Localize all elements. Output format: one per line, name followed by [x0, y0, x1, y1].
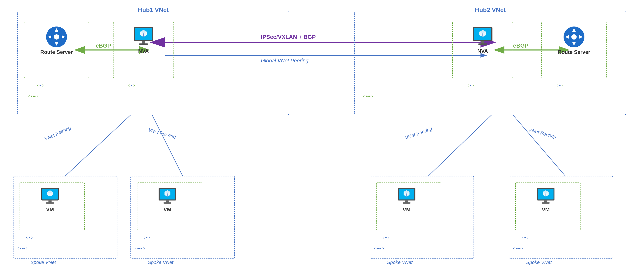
svg-line-12	[152, 115, 183, 176]
vm4-icon	[536, 187, 556, 205]
spoke2-chevrons-dots: ‹•••›	[135, 246, 145, 251]
ebgp1-label: eBGP	[96, 42, 111, 49]
route-server-1-icon-container: Route Server	[35, 26, 78, 55]
vm4-icon-container: VM	[524, 187, 568, 213]
nva1-icon	[133, 26, 154, 47]
svg-point-40	[572, 34, 576, 39]
vm2-label: VM	[164, 207, 171, 213]
nva2-icon-container: NVA	[461, 26, 504, 54]
svg-line-11	[65, 115, 130, 176]
vm3-icon	[397, 187, 416, 205]
vnet-peering-1-label: VNet Peering	[44, 125, 72, 142]
rs2-chevrons-h: ‹•›	[556, 83, 563, 88]
svg-rect-53	[166, 201, 169, 203]
hub2-label: Hub2 VNet	[475, 6, 506, 13]
svg-rect-46	[48, 201, 52, 203]
svg-rect-34	[478, 43, 487, 45]
svg-line-13	[428, 115, 491, 176]
spoke4-chevrons-dots: ‹•••›	[513, 246, 523, 251]
rs1-chevrons-h: ‹•›	[37, 83, 44, 88]
svg-rect-67	[544, 201, 547, 203]
spoke4-label: Spoke VNet	[526, 260, 552, 265]
diagram-container: Hub1 VNet Hub2 VNet Route Server ‹•› ‹••…	[0, 0, 644, 277]
spoke2-chevrons-h: ‹•›	[144, 235, 150, 240]
svg-rect-54	[164, 203, 171, 204]
vm1-icon-container: VM	[28, 187, 72, 213]
svg-rect-27	[139, 43, 148, 45]
global-peering-label: Global VNet Peering	[261, 57, 308, 64]
hub1-label: Hub1 VNet	[138, 6, 169, 13]
vm1-label: VM	[46, 207, 54, 213]
spoke3-chevrons-h: ‹•›	[383, 235, 389, 240]
nva1-label: NVA	[138, 48, 149, 54]
nva2-label: NVA	[478, 48, 488, 54]
route-server-2-icon	[563, 26, 585, 48]
vm4-label: VM	[542, 207, 550, 213]
hub2-chevrons-dots: ‹•••›	[363, 93, 373, 99]
route-server-2-label: Route Server	[558, 49, 590, 55]
ebgp2-label: eBGP	[513, 42, 528, 49]
route-server-1-icon	[46, 26, 68, 48]
vm2-icon-container: VM	[146, 187, 189, 213]
route-server-1-label: Route Server	[40, 49, 72, 55]
spoke1-chevrons-dots: ‹•••›	[18, 246, 28, 251]
spoke1-chevrons-h: ‹•›	[26, 235, 32, 240]
svg-line-14	[513, 115, 565, 176]
ipsec-label: IPSec/VXLAN + BGP	[261, 34, 316, 40]
nva2-icon	[472, 26, 494, 47]
svg-rect-26	[142, 41, 145, 43]
spoke3-chevrons-dots: ‹•••›	[374, 246, 384, 251]
spoke2-label: Spoke VNet	[148, 260, 173, 265]
route-server-2-icon-container: Route Server	[552, 26, 596, 55]
svg-rect-68	[542, 203, 550, 204]
vnet-peering-2-label: VNet Peering	[148, 127, 177, 140]
vnet-peering-4-label: VNet Peering	[528, 127, 557, 140]
spoke1-label: Spoke VNet	[30, 260, 56, 265]
vm1-icon	[40, 187, 60, 205]
nva1-icon-container: NVA	[122, 26, 165, 54]
nva2-chevrons-h: ‹•›	[468, 83, 474, 88]
vm3-label: VM	[403, 207, 410, 213]
svg-rect-60	[405, 201, 408, 203]
nva1-chevrons-h: ‹•›	[128, 83, 135, 88]
svg-point-20	[54, 34, 59, 39]
svg-rect-47	[46, 203, 54, 204]
svg-rect-61	[403, 203, 410, 204]
vnet-peering-3-label: VNet Peering	[404, 126, 433, 141]
spoke4-chevrons-h: ‹•›	[522, 235, 528, 240]
vm2-icon	[158, 187, 177, 205]
svg-rect-33	[481, 41, 484, 43]
vm3-icon-container: VM	[385, 187, 428, 213]
rs1-chevrons-dots: ‹•••›	[28, 93, 38, 99]
spoke3-label: Spoke VNet	[387, 260, 412, 265]
